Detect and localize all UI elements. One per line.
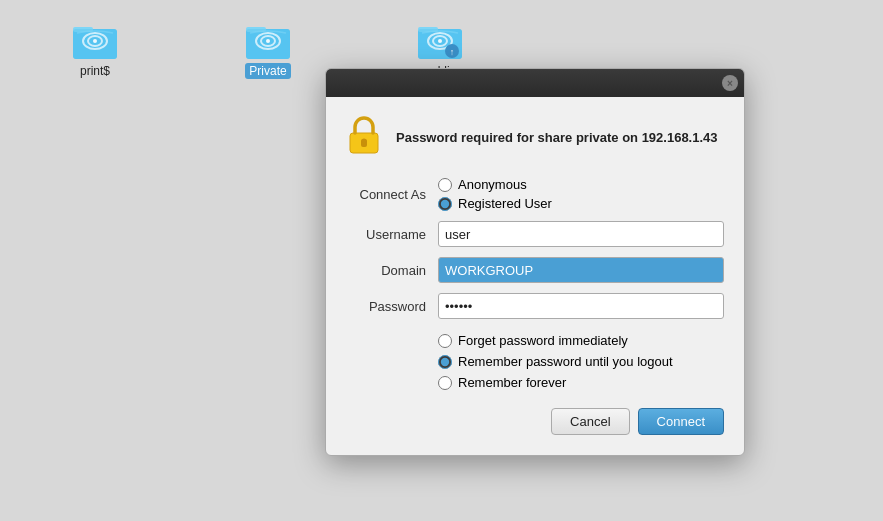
connect-button[interactable]: Connect: [638, 408, 724, 435]
remember-logout-label: Remember password until you logout: [458, 354, 673, 369]
lock-icon: [346, 113, 382, 161]
forget-password-radio[interactable]: [438, 334, 452, 348]
svg-point-22: [362, 139, 367, 144]
password-options: Forget password immediately Remember pas…: [438, 333, 724, 390]
radio-registered[interactable]: [438, 197, 452, 211]
forget-password-option[interactable]: Forget password immediately: [438, 333, 724, 348]
icon-label-private: Private: [245, 63, 290, 79]
svg-point-11: [266, 39, 270, 43]
remember-logout-radio[interactable]: [438, 355, 452, 369]
username-input[interactable]: [438, 221, 724, 247]
dialog-footer: Cancel Connect: [346, 408, 724, 435]
radio-anonymous-label: Anonymous: [458, 177, 527, 192]
svg-text:↑: ↑: [450, 47, 455, 57]
radio-anonymous-option[interactable]: Anonymous: [438, 177, 724, 192]
dialog-titlebar: ×: [326, 69, 744, 97]
forget-password-label: Forget password immediately: [458, 333, 628, 348]
connect-as-options: Anonymous Registered User: [438, 177, 724, 211]
desktop-icon-private[interactable]: Private: [228, 15, 308, 79]
remember-logout-option[interactable]: Remember password until you logout: [438, 354, 724, 369]
password-dialog: × Password required for share private on…: [325, 68, 745, 456]
radio-anonymous[interactable]: [438, 178, 452, 192]
folder-icon-prints: [71, 15, 119, 63]
password-input[interactable]: [438, 293, 724, 319]
dialog-header: Password required for share private on 1…: [346, 113, 724, 161]
lock-icon-svg: [346, 113, 382, 155]
password-row: Password: [346, 293, 724, 319]
connect-as-row: Connect As Anonymous Registered User: [346, 177, 724, 211]
radio-registered-option[interactable]: Registered User: [438, 196, 724, 211]
radio-registered-label: Registered User: [458, 196, 552, 211]
username-row: Username: [346, 221, 724, 247]
svg-point-17: [438, 39, 442, 43]
password-label: Password: [346, 299, 426, 314]
dialog-title: Password required for share private on 1…: [396, 130, 718, 145]
dialog-body: Password required for share private on 1…: [326, 97, 744, 455]
remember-forever-option[interactable]: Remember forever: [438, 375, 724, 390]
password-field-container: [438, 293, 724, 319]
remember-forever-label: Remember forever: [458, 375, 566, 390]
domain-input[interactable]: [438, 257, 724, 283]
domain-label: Domain: [346, 263, 426, 278]
close-button[interactable]: ×: [722, 75, 738, 91]
domain-row: Domain: [346, 257, 724, 283]
username-field-container: [438, 221, 724, 247]
connect-as-label: Connect As: [346, 187, 426, 202]
cancel-button[interactable]: Cancel: [551, 408, 629, 435]
folder-icon-public: ↑: [416, 15, 464, 63]
icon-label-prints: print$: [76, 63, 114, 79]
username-label: Username: [346, 227, 426, 242]
remember-forever-radio[interactable]: [438, 376, 452, 390]
folder-icon-private: [244, 15, 292, 63]
desktop-icon-prints[interactable]: print$: [55, 15, 135, 79]
domain-field-container: [438, 257, 724, 283]
svg-point-5: [93, 39, 97, 43]
